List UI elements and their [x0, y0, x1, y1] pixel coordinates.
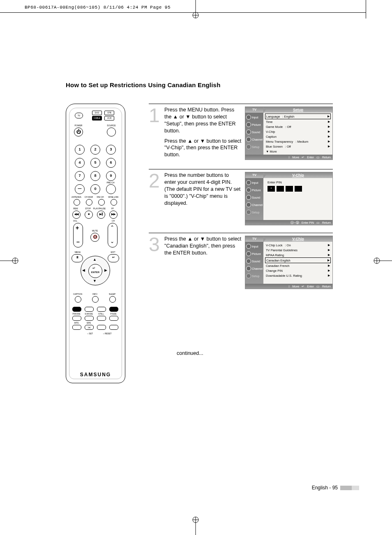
osd-side-icon — [246, 180, 251, 185]
remote-color-red — [72, 307, 81, 312]
step-text: Press the MENU button. Press the ▲ or ▼ … — [164, 107, 242, 162]
osd-side-label: Input — [252, 245, 258, 248]
osd-side-item: Sound — [245, 194, 263, 201]
osd-foot-sym: ▭ — [316, 221, 320, 225]
osd-side-item: Sound — [245, 128, 263, 136]
crop-mark-bottom — [192, 516, 199, 535]
osd-foot-sym: ▭ — [316, 155, 320, 159]
chevron-right-icon: ▶ — [327, 115, 330, 118]
osd-row: Blue Screen: Off▶ — [265, 144, 331, 149]
remote-menu-label: MENU — [73, 251, 82, 253]
osd-main: V-Chip Lock: On▶TV Parental Guidelines▶M… — [263, 242, 332, 284]
step-1: 1Press the MENU button. Press the ▲ or ▼… — [149, 104, 333, 169]
osd-foot-sym: ↵ — [302, 285, 304, 288]
osd-sidebar: InputPictureSoundChannelSetup — [245, 113, 263, 155]
chevron-right-icon: ▶ — [327, 259, 330, 262]
osd-row-label: V-Chip Lock — [266, 243, 282, 247]
top-crop-rule — [0, 12, 366, 13]
osd-row-label: Blue Screen — [266, 145, 283, 148]
osd-side-label: Sound — [252, 260, 260, 263]
remote-dpad-left-icon: ◀ — [82, 268, 85, 272]
osd-row-label: Caption — [266, 135, 277, 139]
osd-side-label: Setup — [252, 275, 259, 278]
step-number: 2 — [149, 172, 163, 225]
osd-side-label: Picture — [252, 252, 261, 255]
remote-psize-label: P.SIZE — [108, 313, 118, 315]
remote-5: 5 — [90, 158, 100, 168]
osd-side-item: Picture — [245, 250, 263, 257]
remote-tv: TV — [75, 113, 83, 118]
osd-row-value: : English — [280, 115, 327, 118]
remote-blank4 — [109, 325, 118, 330]
osd-row: Downloadable U.S. Rating▶ — [265, 273, 331, 278]
osd-side-icon — [246, 251, 251, 256]
osd-side-label: Picture — [252, 123, 261, 126]
osd-side-item: Picture — [245, 121, 263, 128]
remote-0: 0 — [90, 184, 100, 194]
osd-row-label: Language — [266, 115, 280, 118]
remote-favch — [98, 199, 105, 206]
osd-pin-label: Enter PIN — [267, 181, 331, 184]
osd-tab-title: Setup — [264, 107, 332, 113]
osd-row: V-Chip▶ — [265, 129, 331, 134]
remote-reset-label: ○ RESET — [100, 332, 114, 335]
remote-dvd: DVD — [92, 111, 102, 115]
chevron-right-icon: ▶ — [328, 140, 330, 143]
chevron-right-icon: ▶ — [328, 135, 330, 138]
osd-row: V-Chip Lock: On▶ — [265, 243, 331, 248]
osd-screenshot: TVV-ChipInputPictureSoundChannelSetupEnt… — [245, 172, 333, 225]
osd-side-icon — [246, 115, 251, 120]
osd-tab-title: V-Chip — [264, 172, 332, 178]
osd-tab-title: V-Chip — [264, 236, 332, 242]
osd-row-label: Downloadable U.S. Rating — [266, 274, 302, 278]
chevron-right-icon: ▶ — [328, 125, 330, 128]
steps-column: 1Press the MENU button. Press the ▲ or ▼… — [149, 104, 333, 296]
osd-side-item: Picture — [245, 186, 263, 194]
osd-main: Language: English▶Time▶Game Mode: Off▶V-… — [263, 113, 332, 155]
step-paragraph: Press the MENU button. Press the ▲ or ▼ … — [164, 107, 242, 134]
remote-antenna-label: ANTENNA — [70, 196, 83, 198]
osd-row: Canadian English▶ — [265, 257, 331, 263]
remote-play-label: PLAY/PAUSE — [92, 207, 107, 210]
osd-side-item: Input — [245, 113, 263, 121]
osd-side-item: Setup — [245, 143, 263, 151]
remote-sleep-label: SLEEP — [106, 293, 118, 295]
remote-smode — [85, 316, 94, 321]
osd-foot-label: Enter — [307, 285, 314, 288]
osd-pin-boxes: * — [267, 186, 331, 192]
osd-side-label: Setup — [252, 146, 259, 148]
page-footer: English - 95 — [312, 485, 359, 491]
remote-mute-label: MUTE — [90, 229, 100, 232]
remote-2: 2 — [90, 145, 100, 155]
osd-footer: ↕Move↵Enter▭Return — [245, 155, 332, 160]
osd-footer: ↕Move↵Enter▭Return — [245, 284, 332, 289]
remote-chmgr-label: CH MGR — [83, 196, 95, 198]
remote-stop-label: STOP — [84, 207, 92, 210]
chevron-right-icon: ▶ — [328, 145, 330, 148]
osd-side-item: Sound — [245, 257, 263, 265]
osd-side-label: Sound — [252, 131, 260, 134]
osd-side-icon — [246, 144, 251, 149]
osd-side-icon — [246, 266, 251, 271]
remote-color-blue — [109, 307, 118, 312]
remote-vol-label: VOL — [73, 220, 77, 222]
remote-4: 4 — [75, 158, 85, 168]
osd-screenshot: TVSetupInputPictureSoundChannelSetupLang… — [245, 107, 333, 160]
remote-mts — [72, 325, 81, 330]
remote-blank3 — [97, 325, 106, 330]
chevron-right-icon: ▶ — [328, 264, 330, 267]
osd-foot-label: Enter PIN — [302, 221, 314, 224]
chevron-right-icon: ▶ — [328, 253, 330, 257]
chevron-right-icon: ▶ — [328, 269, 330, 272]
osd-row-label: Change PIN — [266, 269, 283, 273]
osd-foot-label: Return — [322, 156, 331, 159]
osd-side-label: Channel — [252, 267, 263, 270]
footer-bar-icon — [340, 486, 359, 490]
remote-ff: ▶▶ — [109, 211, 118, 219]
osd-foot-label: Move — [292, 156, 299, 159]
osd-row-label: Canadian French — [266, 264, 290, 268]
remote-ch-label: CH — [112, 220, 115, 222]
remote-brand: SAMSUNG — [66, 372, 125, 378]
osd-screenshot: TVV-ChipInputPictureSoundChannelSetupV-C… — [245, 236, 333, 289]
osd-row-label: V-Chip — [266, 130, 275, 134]
